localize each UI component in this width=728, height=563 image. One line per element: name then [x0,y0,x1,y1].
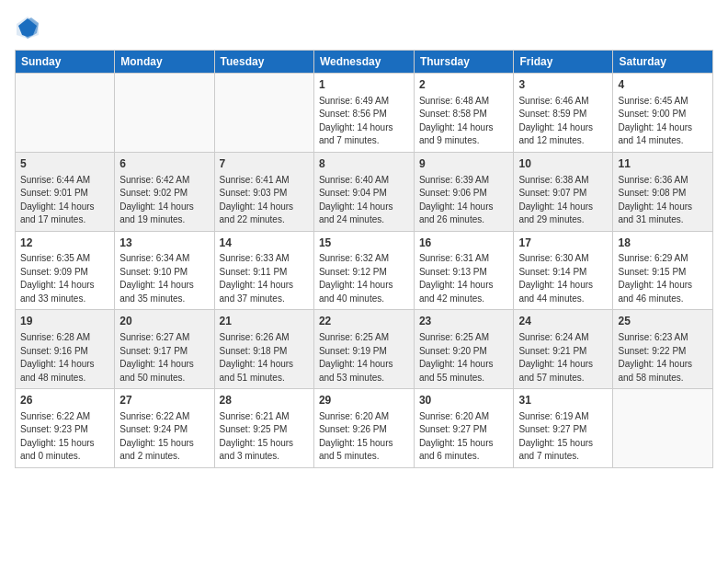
calendar-cell: 23Sunrise: 6:25 AM Sunset: 9:20 PM Dayli… [414,310,514,389]
calendar-cell: 24Sunrise: 6:24 AM Sunset: 9:21 PM Dayli… [514,310,613,389]
day-number: 25 [618,314,708,329]
day-number: 8 [319,156,409,172]
day-number: 21 [220,314,309,329]
day-detail: Sunrise: 6:40 AM Sunset: 9:04 PM Dayligh… [319,174,409,227]
calendar-cell: 20Sunrise: 6:27 AM Sunset: 9:17 PM Dayli… [115,310,214,389]
calendar-cell: 5Sunrise: 6:44 AM Sunset: 9:01 PM Daylig… [16,152,115,231]
weekday-header-wednesday: Wednesday [313,51,414,74]
calendar-cell: 30Sunrise: 6:20 AM Sunset: 9:27 PM Dayli… [414,389,514,468]
day-detail: Sunrise: 6:26 AM Sunset: 9:18 PM Dayligh… [220,331,309,385]
day-detail: Sunrise: 6:21 AM Sunset: 9:25 PM Dayligh… [220,410,309,464]
day-number: 13 [119,236,209,251]
day-detail: Sunrise: 6:30 AM Sunset: 9:14 PM Dayligh… [518,252,608,305]
day-number: 9 [419,156,509,172]
weekday-header-saturday: Saturday [613,51,713,74]
calendar-cell: 19Sunrise: 6:28 AM Sunset: 9:16 PM Dayli… [16,310,115,389]
day-detail: Sunrise: 6:42 AM Sunset: 9:02 PM Dayligh… [119,174,209,227]
day-detail: Sunrise: 6:28 AM Sunset: 9:16 PM Dayligh… [20,331,109,385]
day-number: 6 [119,156,209,172]
calendar-cell: 12Sunrise: 6:35 AM Sunset: 9:09 PM Dayli… [16,231,115,310]
calendar-cell: 27Sunrise: 6:22 AM Sunset: 9:24 PM Dayli… [115,389,214,468]
calendar-cell: 3Sunrise: 6:46 AM Sunset: 8:59 PM Daylig… [514,74,613,153]
day-number: 28 [220,393,309,408]
calendar-header-row: SundayMondayTuesdayWednesdayThursdayFrid… [16,51,713,74]
day-number: 7 [220,156,309,172]
calendar-week-row: 1Sunrise: 6:49 AM Sunset: 8:56 PM Daylig… [16,74,713,153]
day-detail: Sunrise: 6:22 AM Sunset: 9:23 PM Dayligh… [20,410,109,464]
day-number: 23 [419,314,509,329]
day-number: 26 [20,393,109,408]
day-number: 18 [618,236,708,251]
calendar-cell: 4Sunrise: 6:45 AM Sunset: 9:00 PM Daylig… [613,74,713,153]
day-number: 10 [518,156,608,172]
day-detail: Sunrise: 6:33 AM Sunset: 9:11 PM Dayligh… [220,252,309,305]
day-detail: Sunrise: 6:48 AM Sunset: 8:58 PM Dayligh… [419,95,509,148]
day-detail: Sunrise: 6:34 AM Sunset: 9:10 PM Dayligh… [119,252,209,305]
day-detail: Sunrise: 6:41 AM Sunset: 9:03 PM Dayligh… [220,174,309,227]
calendar-cell: 7Sunrise: 6:41 AM Sunset: 9:03 PM Daylig… [214,152,313,231]
calendar-table: SundayMondayTuesdayWednesdayThursdayFrid… [15,50,713,468]
day-number: 24 [518,314,608,329]
day-number: 14 [220,236,309,251]
calendar-week-row: 12Sunrise: 6:35 AM Sunset: 9:09 PM Dayli… [16,231,713,310]
day-detail: Sunrise: 6:27 AM Sunset: 9:17 PM Dayligh… [119,331,209,385]
day-number: 27 [119,393,209,408]
day-number: 20 [119,314,209,329]
calendar-cell: 1Sunrise: 6:49 AM Sunset: 8:56 PM Daylig… [313,74,414,153]
day-detail: Sunrise: 6:25 AM Sunset: 9:19 PM Dayligh… [319,331,409,385]
day-detail: Sunrise: 6:25 AM Sunset: 9:20 PM Dayligh… [419,331,509,385]
day-number: 29 [319,393,409,408]
day-detail: Sunrise: 6:31 AM Sunset: 9:13 PM Dayligh… [419,252,509,305]
calendar-cell: 22Sunrise: 6:25 AM Sunset: 9:19 PM Dayli… [313,310,414,389]
day-number: 31 [518,393,608,408]
calendar-cell: 17Sunrise: 6:30 AM Sunset: 9:14 PM Dayli… [514,231,613,310]
day-detail: Sunrise: 6:19 AM Sunset: 9:27 PM Dayligh… [518,410,608,464]
calendar-cell: 14Sunrise: 6:33 AM Sunset: 9:11 PM Dayli… [214,231,313,310]
day-detail: Sunrise: 6:44 AM Sunset: 9:01 PM Dayligh… [20,174,109,227]
day-detail: Sunrise: 6:36 AM Sunset: 9:08 PM Dayligh… [618,174,708,227]
day-detail: Sunrise: 6:29 AM Sunset: 9:15 PM Dayligh… [618,252,708,305]
day-number: 5 [20,156,109,172]
day-number: 11 [618,156,708,172]
calendar-cell: 29Sunrise: 6:20 AM Sunset: 9:26 PM Dayli… [313,389,414,468]
day-detail: Sunrise: 6:35 AM Sunset: 9:09 PM Dayligh… [20,252,109,305]
weekday-header-thursday: Thursday [414,51,514,74]
day-detail: Sunrise: 6:45 AM Sunset: 9:00 PM Dayligh… [618,95,708,148]
day-detail: Sunrise: 6:24 AM Sunset: 9:21 PM Dayligh… [518,331,608,385]
calendar-cell: 6Sunrise: 6:42 AM Sunset: 9:02 PM Daylig… [115,152,214,231]
calendar-cell: 8Sunrise: 6:40 AM Sunset: 9:04 PM Daylig… [313,152,414,231]
day-detail: Sunrise: 6:46 AM Sunset: 8:59 PM Dayligh… [518,95,608,148]
calendar-week-row: 19Sunrise: 6:28 AM Sunset: 9:16 PM Dayli… [16,310,713,389]
weekday-header-sunday: Sunday [16,51,115,74]
calendar-cell: 18Sunrise: 6:29 AM Sunset: 9:15 PM Dayli… [613,231,713,310]
day-detail: Sunrise: 6:23 AM Sunset: 9:22 PM Dayligh… [618,331,708,385]
calendar-week-row: 5Sunrise: 6:44 AM Sunset: 9:01 PM Daylig… [16,152,713,231]
calendar-cell: 10Sunrise: 6:38 AM Sunset: 9:07 PM Dayli… [514,152,613,231]
day-number: 22 [319,314,409,329]
day-number: 1 [319,77,409,93]
day-number: 12 [20,236,109,251]
day-detail: Sunrise: 6:39 AM Sunset: 9:06 PM Dayligh… [419,174,509,227]
calendar-cell [16,74,115,153]
page-header [15,15,713,40]
calendar-cell [115,74,214,153]
calendar-cell: 16Sunrise: 6:31 AM Sunset: 9:13 PM Dayli… [414,231,514,310]
day-number: 30 [419,393,509,408]
day-number: 4 [618,77,708,93]
calendar-cell: 13Sunrise: 6:34 AM Sunset: 9:10 PM Dayli… [115,231,214,310]
calendar-cell: 28Sunrise: 6:21 AM Sunset: 9:25 PM Dayli… [214,389,313,468]
weekday-header-friday: Friday [514,51,613,74]
day-number: 3 [518,77,608,93]
day-number: 16 [419,236,509,251]
day-detail: Sunrise: 6:32 AM Sunset: 9:12 PM Dayligh… [319,252,409,305]
calendar-cell: 9Sunrise: 6:39 AM Sunset: 9:06 PM Daylig… [414,152,514,231]
calendar-cell: 25Sunrise: 6:23 AM Sunset: 9:22 PM Dayli… [613,310,713,389]
day-number: 15 [319,236,409,251]
calendar-cell: 21Sunrise: 6:26 AM Sunset: 9:18 PM Dayli… [214,310,313,389]
day-number: 17 [518,236,608,251]
logo-icon [15,15,40,40]
calendar-cell [613,389,713,468]
day-detail: Sunrise: 6:38 AM Sunset: 9:07 PM Dayligh… [518,174,608,227]
day-detail: Sunrise: 6:20 AM Sunset: 9:26 PM Dayligh… [319,410,409,464]
calendar-cell: 11Sunrise: 6:36 AM Sunset: 9:08 PM Dayli… [613,152,713,231]
